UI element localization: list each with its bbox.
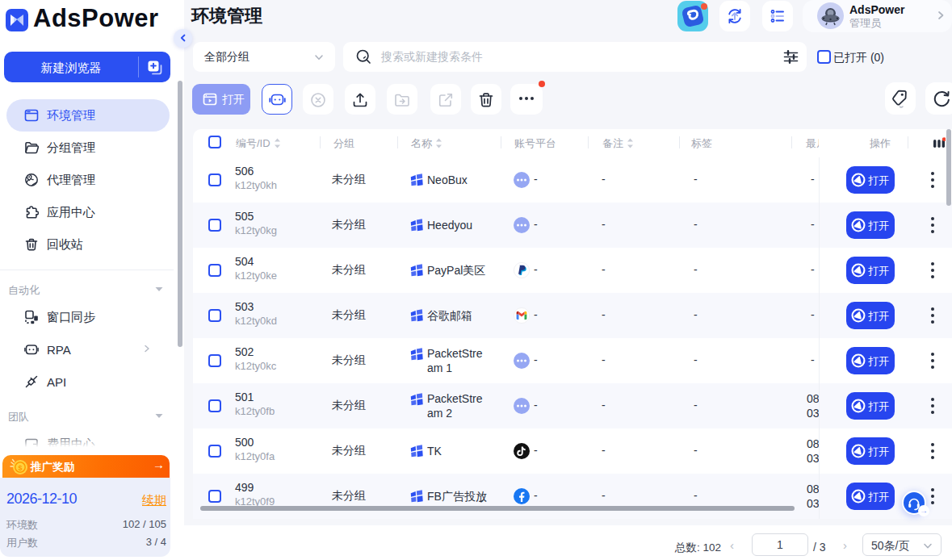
svg-text:$: $ bbox=[18, 464, 22, 472]
